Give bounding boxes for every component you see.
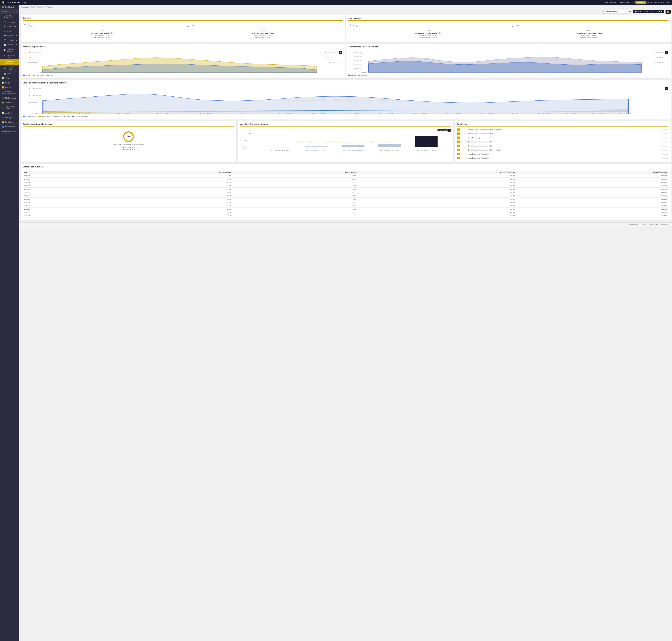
svg-text:200: 200 <box>354 64 362 65</box>
customer-selector[interactable]: Alle Kunden ▼ <box>605 2 617 3</box>
svg-text:Jun: Jun <box>241 113 248 114</box>
sidebar-item-sea[interactable]: 📊 SEA <box>0 76 19 81</box>
sidebar-item-dashboard[interactable]: ⊞ Dashboard <box>0 5 19 10</box>
svg-text:Jul 19: Jul 19 <box>618 113 631 114</box>
sicht-icon: 👁 <box>3 26 6 28</box>
event-icon-box: G <box>457 149 460 151</box>
legend-indirekte: Indirekte <box>358 74 367 76</box>
table-cell: 2021-29 <box>23 207 100 211</box>
entwicklung-card: Entwicklung Aufrufe ℹ KWAufrufe websiteA… <box>20 164 671 220</box>
sidebar-label-traffic: Traffic <box>7 30 12 32</box>
svg-text:Jun: Jun <box>136 72 143 73</box>
sterne-info-icon[interactable]: ℹ <box>53 123 53 125</box>
table-cell: 18,00 <box>100 207 232 211</box>
sidebar-label-onpage: OnPage Crawler <box>6 67 17 70</box>
company-selector[interactable]: onlinesolutionsc... ▼ <box>618 2 634 3</box>
impressionen-month-trend-icon <box>511 24 667 29</box>
table-cell: 2021-19 <box>23 174 100 178</box>
event-item: G ★★★★☆ Bewertung mit Kommentar erhalten… <box>457 148 669 152</box>
aufrufe-info-icon[interactable]: ℹ <box>30 17 31 19</box>
table-body: 2021-1915,008,00370,003.308,002021-2014,… <box>23 174 669 218</box>
aufrufe-week-metric: -14% Aufrufe Gesamt letzte Woche letzte … <box>23 22 182 40</box>
table-row: 2021-3113,001,00457,006.184,00 <box>23 214 669 218</box>
sidebar-label-indizierte: Indizierte Seiten <box>7 48 17 52</box>
svg-text:Mai 20: Mai 20 <box>116 113 131 114</box>
event-type-icon: G <box>458 157 459 159</box>
svg-text:Mai 12: Mai 12 <box>36 113 50 114</box>
sidebar-item-affiliate[interactable]: 🔀 Affiliate <box>0 85 19 90</box>
sidebar-item-backlinks[interactable]: 🔗 Backlinks ▶ <box>0 38 19 42</box>
breadcrumb-dashboard[interactable]: Dashboard <box>20 6 29 8</box>
aufrufe-impressionen-chart: ⬇ 1.500 1.000 500 1.500 1.000 500 <box>23 51 343 73</box>
entwicklung-info-icon[interactable]: ℹ <box>42 166 43 168</box>
entwicklung-table: KWAufrufe websiteAufrufe AnrufeAufrufe Ü… <box>23 171 669 218</box>
sidebar-item-google-my-business[interactable]: G Google My Business <box>0 59 19 66</box>
footer-link[interactable]: Cookie-Setup <box>629 224 639 226</box>
upgrade-btn[interactable]: Upgrade (0) <box>635 1 646 4</box>
ereignisse-info-icon[interactable]: ℹ <box>467 123 468 125</box>
sidebar-item-keywords[interactable]: 🔑 Keywords ▶ <box>0 33 19 38</box>
breadcrumb-seo[interactable]: SEO <box>31 6 35 8</box>
sidebar-item-dashboard-manager[interactable]: ⊞ Dashboard Manager <box>0 14 19 20</box>
vergleich-download-btn[interactable]: ⬇ <box>664 87 668 90</box>
legend-v-maps: Aufrufe Über Maps <box>72 116 88 118</box>
vergleich-info-icon[interactable]: ℹ <box>66 82 67 84</box>
sidebar-item-mailing[interactable]: ✉ Mailing Tool <box>0 115 19 120</box>
svg-text:Jun 21: Jun 21 <box>182 72 196 73</box>
footer: Cookie-SetupKontaktImpressumDatenschutz <box>0 222 672 227</box>
sidebar-item-analytics[interactable]: 📈 Analytics <box>0 111 19 115</box>
ai-download-btn[interactable]: ⬇ <box>339 51 342 54</box>
event-text: Neue Bewertung. <box>468 137 660 139</box>
sidebar-label-robots: Robots.txt <box>7 73 15 75</box>
table-cell: 26,00 <box>100 194 232 197</box>
sidebar-item-markenschutz[interactable]: 🛡 Markenschutz <box>0 96 19 100</box>
sidebar-label-affiliate: Affiliate <box>5 86 11 88</box>
sidebar-item-social[interactable]: 💬 Social <box>0 81 19 85</box>
sidebar-item-ladezeiten[interactable]: ⏱ Ladezeiten & Uptime <box>0 105 19 111</box>
footer-link[interactable]: Kontakt <box>642 224 647 226</box>
ai-info-icon[interactable]: ℹ <box>45 46 46 48</box>
sidebar-label-security: Security <box>5 101 12 104</box>
sidebar-group-seo[interactable]: G SEO ▼ <box>0 10 19 14</box>
sidebar-item-indizierte[interactable]: 📋 Indizierte Seiten <box>0 47 19 53</box>
event-item: G ★★★★☆ Bewertung mit Kommentar erhalten… <box>457 144 669 148</box>
sidebar-item-security[interactable]: 🔒 Security <box>0 100 19 105</box>
ereignisse-title: Ereignisse ℹ <box>457 123 669 126</box>
lock-icon: 🔒 <box>667 10 670 13</box>
date-range-btn[interactable]: 📅 MAY 12 2021 - AUG 12 2021 ▼ <box>633 10 664 13</box>
grid-icon[interactable]: ⊞ <box>647 1 649 4</box>
chevron-down-icon-date: ▼ <box>661 11 662 13</box>
verteilung-info-icon[interactable]: ℹ <box>269 123 269 125</box>
sidebar-item-sichtbarkeit[interactable]: 👁 Sichtbarkeit <box>0 25 19 29</box>
sidebar-item-robots[interactable]: 🤖 Robots.txt <box>0 71 19 76</box>
svg-rect-74 <box>415 136 438 147</box>
svg-text:Jun 21: Jun 21 <box>412 113 427 114</box>
table-row: 2021-2317,006,00497,005.488,00 <box>23 188 669 191</box>
sidebar-item-traffic[interactable]: ↗ Traffic <box>0 29 19 33</box>
sidebar-item-website-crawler[interactable]: 🌐 Website Crawler (Neu) <box>0 90 19 96</box>
mail-icon[interactable]: ✉ <box>650 1 652 4</box>
lock-btn[interactable]: 🔒 <box>666 10 671 14</box>
event-type-icon: G <box>458 141 459 143</box>
svg-text:Jul 19: Jul 19 <box>283 72 296 73</box>
footer-link[interactable]: Impressum <box>650 224 658 226</box>
legend-impressionen: Impressionen <box>33 74 45 76</box>
sidebar-item-einstellungen[interactable]: ⚙ Einstellungen <box>0 129 19 134</box>
such-info-icon[interactable]: ℹ <box>379 46 380 48</box>
impressionen-info-icon[interactable]: ℹ <box>362 17 362 19</box>
svg-rect-66 <box>268 147 291 147</box>
aufrufe-metrics: -14% Aufrufe Gesamt letzte Woche letzte … <box>23 22 343 40</box>
verteilung-download-btn[interactable]: ⬇ <box>448 128 451 132</box>
sidebar-item-onpage[interactable]: 🕷 OnPage Crawler <box>0 66 19 71</box>
vergleich-chart-container: ⬇ 1.500 1.000 500 Mai 12 Mai 16 <box>23 87 669 114</box>
sidebar-item-dashboard-seo[interactable]: ⊞ Dashboard <box>0 20 19 25</box>
such-download-btn[interactable]: ⬇ <box>664 51 668 54</box>
sidebar-item-kundencenter[interactable]: 👥 Kundencenter <box>0 125 19 129</box>
kunden-icon: 👥 <box>2 126 4 128</box>
aufrufe-month-values: letzter Monat: 13.254,0 vorletzter Monat… <box>185 34 342 39</box>
sidebar-item-google-bing[interactable]: G Google & Bing <box>0 53 19 59</box>
footer-link[interactable]: Datenschutz <box>660 224 669 226</box>
sidebar-item-content[interactable]: 📄 Content ▶ <box>0 42 19 47</box>
sidebar-item-projekt[interactable]: 📁 Projektmanagement <box>0 120 19 125</box>
location-select[interactable]: Alle Standorte <box>603 10 631 13</box>
